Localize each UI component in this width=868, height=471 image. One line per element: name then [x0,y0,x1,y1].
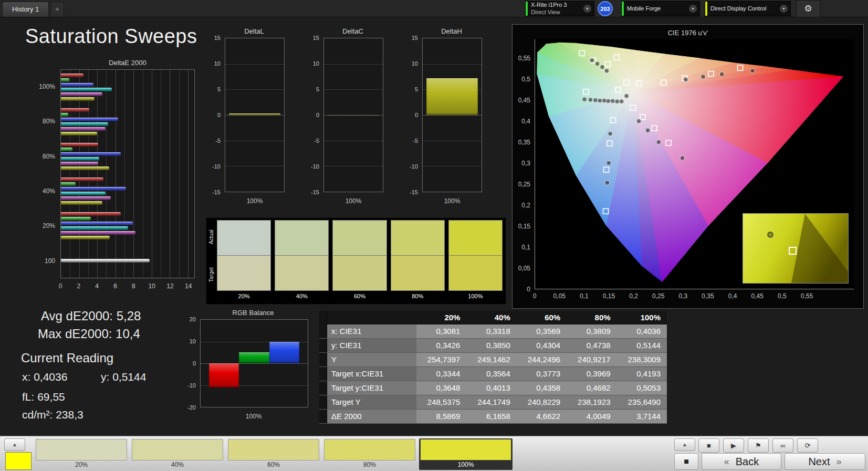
table-cell: 4,6622 [517,410,567,423]
table-header-cell [327,311,416,325]
collapse-left-button[interactable]: ▲ [4,438,25,451]
deltae-ylabels: 100%80%60%40%20%100 [29,69,58,278]
settings-gear-icon[interactable]: ⚙ [796,0,820,17]
stop-button[interactable]: ■ [698,438,719,453]
target-swatch [217,256,271,291]
table-cell: 0,3318 [466,325,516,338]
table-row-label: x: CIE31 [327,325,416,338]
comparator-column: 60% [332,220,386,304]
patch-40%[interactable]: 40% [131,438,224,470]
table-cell: 0,3850 [466,339,516,352]
deltae-bar [61,78,69,82]
table-cell: 0,4036 [617,325,667,338]
cie-ytick: 0 [527,286,530,293]
table-cell: 0,4738 [567,339,616,352]
table-cell: 244,1749 [466,395,516,409]
display-dropdown-icon[interactable]: ▼ [780,5,788,13]
current-patch-swatch [5,452,32,470]
deltah-ytick: 10 [412,60,418,67]
table-cell: 0,3081 [416,325,466,338]
deltah-ytick: -15 [410,189,418,195]
deltac-ytick: 10 [313,60,319,67]
actual-row-label: Actual [206,218,216,256]
deltac-ytick: 15 [313,35,319,41]
meter-dropdown-icon[interactable]: ▼ [583,5,591,13]
table-row-handle [319,339,327,352]
rgb_balance-bar [209,363,239,388]
cie-xticks: 00,050,10,150,20,250,30,350,40,450,50,55 [535,292,854,301]
table-cell: 0,3426 [416,339,466,352]
deltae-bar [61,166,109,170]
deltae-bar [61,231,135,235]
source-selector[interactable]: Mobile Forge ▼ [621,1,700,16]
next-button[interactable]: Next » [785,453,865,470]
cie-ytick: 0,5 [521,76,530,83]
comparator-column-label: 60% [332,291,386,301]
stop-measurement-button[interactable]: ■ [674,453,698,470]
target-swatch [448,256,503,291]
patch-80%[interactable]: 80% [323,438,416,470]
meter-selector[interactable]: X-Rite i1Pro 3 Direct View ▼ [525,1,594,16]
cie-measured-point [604,69,609,73]
cie-measured-point [680,156,684,160]
deltae-bar [61,212,121,216]
refresh-icon: ⟳ [805,442,811,449]
cie-xtick: 0,15 [603,292,615,300]
deltae-bar-groups [61,70,194,278]
deltae-bar [61,187,126,191]
deltae-xlabels: 02468101214 [60,282,195,291]
back-chevron-icon: « [724,456,729,467]
patch-60%[interactable]: 60% [227,438,320,470]
deltac-xlabel: 100% [323,197,383,205]
cie-ytick: 0,15 [518,223,530,230]
deltah-xlabel: 100% [422,197,482,205]
rgb_balance-plot [200,319,308,407]
table-row-label: Target x:CIE31 [327,367,416,381]
deltae-bar [61,236,110,239]
table-row: Target Y248,5375244,1749240,8229238,1923… [319,395,667,410]
deltae2000-chart: DeltaE 2000 100%80%60%40%20%100 02468101… [29,59,197,295]
deltae2000-chart-title: DeltaE 2000 [60,59,195,67]
rgb_balance-ytick: 0 [193,360,196,367]
tab-history-1[interactable]: History 1 [2,2,49,17]
deltac-plot [323,38,383,192]
deltae-bar [61,222,133,225]
new-tab-button[interactable]: + [50,2,64,17]
deltae-bar [61,177,103,181]
deltae-group [61,104,194,139]
cie-measured-point [593,98,598,102]
collapse-right-button[interactable]: ▲ [674,438,695,451]
table-cell: 238,1923 [567,395,616,409]
deltac-ytick: 0 [316,112,319,118]
refresh-button[interactable]: ⟳ [797,438,818,453]
patch-swatch [324,439,415,460]
deltac-chart-title: DeltaC [322,27,383,35]
top-tab-bar: History 1 + X-Rite i1Pro 3 Direct View ▼… [0,0,868,17]
max-de2000-reading: Max dE2000: 10,4 [38,327,140,341]
deltac-chart: DeltaC -15-10-5051015 100% [308,27,386,206]
table-cell: 0,4013 [466,381,516,395]
table-cell: 0,3564 [466,367,516,381]
deltal-ytick: -15 [212,189,221,195]
play-button[interactable]: ▶ [723,438,744,453]
flag-button[interactable]: ⚑ [748,438,769,453]
table-cell: 240,9217 [567,353,616,367]
cie-inset-measured-point [768,232,773,237]
back-button-label: Back [736,456,759,468]
display-control-selector[interactable]: Direct Display Control ▼ [705,1,791,16]
back-button[interactable]: « Back [702,453,781,470]
cie-xtick: 0,25 [652,292,664,300]
cie-ytick: 0,45 [518,97,530,104]
patch-20%[interactable]: 20% [35,438,128,470]
table-row-label: Y [327,353,416,367]
cie-xtick: 0,2 [629,292,638,300]
deltae-bar [61,88,112,91]
cie-measured-point [624,94,629,98]
next-chevron-icon: » [836,456,842,467]
table-cell: 248,5375 [416,395,466,409]
patch-100%[interactable]: 100% [419,438,513,470]
deltae-bar [61,182,76,186]
source-dropdown-icon[interactable]: ▼ [689,5,697,13]
continuous-button[interactable]: ∞ [772,438,793,453]
deltae-xtick: 4 [95,282,99,290]
